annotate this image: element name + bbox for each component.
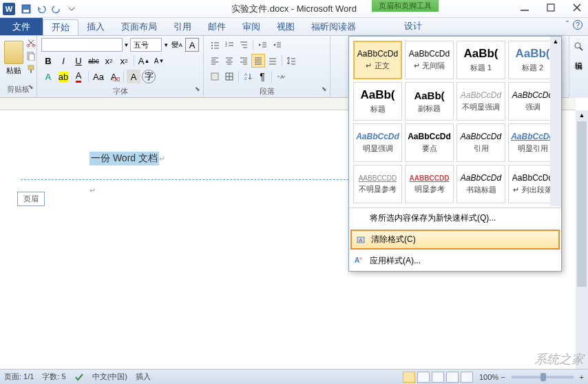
shrink-font-button[interactable]: A▼	[152, 54, 166, 68]
vertical-scrollbar[interactable]: ▲	[576, 110, 588, 369]
text-effects-button[interactable]: A	[41, 70, 55, 83]
scrollbar-thumb[interactable]	[577, 121, 587, 287]
tab-references[interactable]: 引用	[165, 18, 200, 35]
scroll-up-arrow-icon[interactable]: ▲	[576, 110, 588, 120]
tab-page-layout[interactable]: 页面布局	[113, 18, 165, 35]
tab-insert[interactable]: 插入	[78, 18, 113, 35]
italic-button[interactable]: I	[56, 54, 70, 68]
copy-icon[interactable]	[26, 51, 37, 62]
gallery-scrollbar[interactable]: ▲	[550, 37, 561, 206]
style-item[interactable]: AaBbCcDd↵ 正文	[353, 41, 402, 79]
align-left-button[interactable]	[208, 54, 222, 68]
zoom-in-button[interactable]: +	[580, 373, 584, 381]
style-preview: AABBCCDD	[410, 174, 450, 182]
insert-mode-indicator[interactable]: 插入	[136, 372, 151, 382]
line-spacing-button[interactable]	[284, 54, 298, 68]
zoom-slider-thumb[interactable]	[540, 373, 546, 381]
underline-button[interactable]: U	[72, 54, 85, 68]
align-right-button[interactable]	[237, 54, 251, 68]
tab-mailings[interactable]: 邮件	[200, 18, 234, 35]
change-case-button[interactable]: Aa	[92, 70, 105, 83]
style-item[interactable]: AaBbCcDd↵ 无间隔	[405, 41, 454, 79]
spell-check-icon[interactable]	[74, 372, 84, 382]
strikethrough-button[interactable]: abc	[87, 54, 101, 68]
cut-icon[interactable]	[26, 38, 37, 49]
phonetic-guide-icon[interactable]: 變A	[170, 38, 184, 52]
asian-layout-button[interactable]: A	[274, 70, 288, 83]
font-launcher-icon[interactable]: ⬊	[195, 85, 200, 92]
clear-formatting-button[interactable]: A⌫	[107, 70, 120, 83]
tab-design[interactable]: 设计	[396, 18, 430, 34]
minimize-ribbon-icon[interactable]: ˆ	[566, 20, 569, 30]
draft-view-button[interactable]	[461, 372, 473, 383]
highlight-button[interactable]: ab	[56, 70, 70, 83]
style-item[interactable]: AaBbCcDd明显强调	[353, 123, 402, 162]
grow-font-button[interactable]: A▲	[137, 54, 151, 68]
style-item[interactable]: AaBbCcDd书籍标题	[456, 165, 505, 203]
clipboard-launcher-icon[interactable]: ⬊	[28, 83, 34, 90]
minimize-button[interactable]	[515, 1, 534, 14]
header-selected-text[interactable]: 一份 Word 文档	[90, 152, 159, 165]
language-indicator[interactable]: 中文(中国)	[92, 372, 127, 382]
find-icon[interactable]	[572, 40, 586, 54]
bullets-button[interactable]	[208, 38, 222, 52]
help-icon[interactable]: ?	[573, 20, 582, 30]
save-as-quick-style-item[interactable]: 将所选内容保存为新快速样式(Q)...	[349, 208, 561, 228]
superscript-button[interactable]: x2	[117, 54, 131, 68]
paste-button[interactable]: 粘贴	[4, 38, 23, 83]
font-family-select[interactable]	[41, 38, 123, 52]
tab-view[interactable]: 视图	[269, 18, 303, 35]
multilevel-list-button[interactable]	[237, 38, 251, 52]
shading-button[interactable]	[208, 70, 222, 83]
style-item[interactable]: AABBCCDD明显参考	[405, 165, 454, 203]
borders-button[interactable]	[222, 70, 236, 83]
tab-review[interactable]: 审阅	[234, 18, 269, 35]
decrease-indent-button[interactable]	[255, 38, 269, 52]
show-marks-button[interactable]: ¶	[255, 70, 269, 83]
character-border-icon[interactable]: A	[185, 38, 199, 52]
qat-customize-icon[interactable]	[65, 2, 78, 16]
svg-text:4: 4	[359, 256, 362, 261]
font-size-select[interactable]: 五号	[130, 38, 162, 52]
align-justify-button[interactable]	[251, 54, 265, 68]
undo-icon[interactable]	[34, 2, 48, 16]
align-center-button[interactable]	[222, 54, 236, 68]
zoom-out-button[interactable]: −	[501, 373, 505, 381]
character-shading-button[interactable]: A	[127, 70, 140, 83]
style-item[interactable]: AaBbCcDd不明显强调	[456, 82, 505, 121]
distributed-align-button[interactable]	[266, 54, 280, 68]
font-color-button[interactable]: A	[72, 70, 85, 83]
apply-styles-item[interactable]: A4 应用样式(A)...	[349, 251, 561, 271]
scroll-up-icon[interactable]: ▲	[550, 37, 561, 46]
outline-view-button[interactable]	[446, 372, 459, 383]
format-painter-icon[interactable]	[26, 64, 37, 75]
page-indicator[interactable]: 页面: 1/1	[4, 372, 34, 382]
clear-formatting-item[interactable]: A 清除格式(C)	[350, 230, 560, 250]
style-item[interactable]: AaBb(副标题	[405, 82, 454, 121]
close-button[interactable]	[567, 1, 587, 14]
zoom-level[interactable]: 100%	[479, 373, 498, 381]
paragraph-launcher-icon[interactable]: ⬊	[322, 85, 327, 92]
sort-button[interactable]: AZ	[241, 70, 255, 83]
subscript-button[interactable]: x2	[102, 54, 116, 68]
web-layout-view-button[interactable]	[432, 372, 444, 383]
style-item[interactable]: AaBbCcDd引用	[456, 123, 505, 162]
style-item[interactable]: AaBb(标题	[353, 82, 402, 121]
numbering-button[interactable]: 12	[222, 38, 236, 52]
maximize-button[interactable]	[541, 1, 560, 14]
increase-indent-button[interactable]	[270, 38, 284, 52]
style-item[interactable]: AaBb(标题 1	[456, 41, 505, 79]
word-count[interactable]: 字数: 5	[42, 372, 65, 382]
zoom-slider[interactable]	[512, 376, 574, 378]
file-tab[interactable]: 文件	[0, 18, 43, 35]
bold-button[interactable]: B	[41, 54, 55, 68]
tab-home[interactable]: 开始	[43, 19, 78, 35]
print-layout-view-button[interactable]	[403, 372, 415, 383]
style-item[interactable]: AaBbCcDd要点	[405, 123, 454, 162]
save-icon[interactable]	[19, 2, 33, 16]
enclose-characters-button[interactable]: 字	[142, 70, 156, 83]
redo-icon[interactable]	[50, 2, 63, 16]
tab-foxit[interactable]: 福昕阅读器	[303, 18, 364, 35]
style-item[interactable]: AABBCCDD不明显参考	[353, 165, 402, 203]
fullscreen-reading-view-button[interactable]	[417, 372, 430, 383]
